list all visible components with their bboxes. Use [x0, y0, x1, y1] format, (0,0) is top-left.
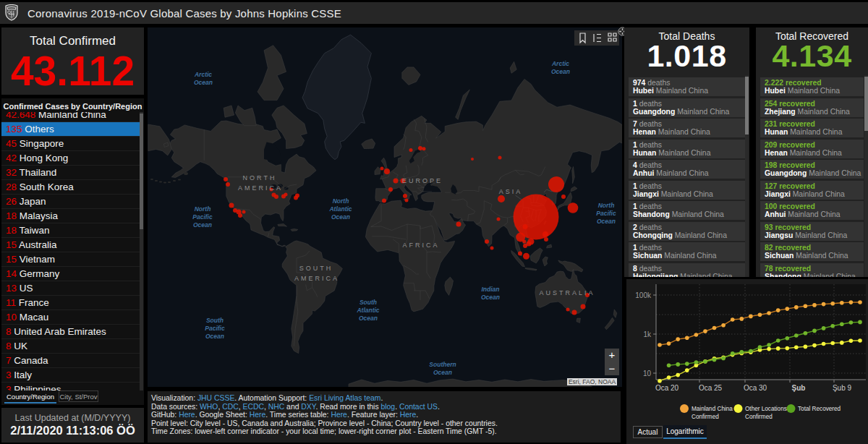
- svg-text:Atlantic: Atlantic: [356, 307, 379, 314]
- svg-text:Other Locations: Other Locations: [745, 406, 787, 412]
- svg-text:ASIA: ASIA: [499, 188, 523, 195]
- svg-text:South: South: [206, 317, 224, 324]
- svg-text:Oca 20: Oca 20: [655, 384, 679, 392]
- svg-text:Şub 9: Şub 9: [833, 384, 852, 392]
- svg-text:Oca 25: Oca 25: [699, 384, 723, 392]
- svg-text:Ocean: Ocean: [331, 213, 350, 221]
- svg-text:NORTH: NORTH: [243, 174, 277, 182]
- svg-text:100k: 100k: [635, 291, 652, 299]
- svg-text:Şub: Şub: [792, 384, 806, 392]
- svg-text:Southern: Southern: [429, 361, 456, 368]
- svg-text:Indian: Indian: [481, 286, 499, 293]
- svg-text:SOUTH: SOUTH: [299, 265, 333, 272]
- svg-text:AFRICA: AFRICA: [402, 242, 439, 249]
- svg-text:North: North: [598, 202, 615, 209]
- svg-text:Ocean: Ocean: [359, 315, 378, 322]
- svg-text:Arctic: Arctic: [551, 60, 569, 67]
- svg-text:Pacific: Pacific: [205, 325, 225, 332]
- svg-text:Confirmed: Confirmed: [745, 414, 773, 420]
- svg-text:North: North: [333, 197, 349, 205]
- svg-text:EUROPE: EUROPE: [402, 177, 443, 184]
- svg-text:AMERICA: AMERICA: [238, 184, 283, 192]
- svg-text:Ocean: Ocean: [194, 79, 213, 86]
- svg-text:North: North: [195, 205, 211, 213]
- svg-text:AUSTRALIA: AUSTRALIA: [539, 289, 595, 296]
- svg-text:Atlantic: Atlantic: [328, 205, 352, 213]
- svg-text:Pacific: Pacific: [596, 210, 616, 217]
- svg-text:Ocean: Ocean: [597, 218, 616, 225]
- svg-text:Pacific: Pacific: [192, 213, 213, 221]
- svg-text:1k: 1k: [643, 330, 652, 338]
- svg-text:South: South: [359, 299, 377, 306]
- svg-text:Total Recovered: Total Recovered: [798, 406, 841, 412]
- svg-text:Oca 30: Oca 30: [744, 384, 767, 392]
- svg-text:Ocean: Ocean: [481, 294, 500, 301]
- svg-text:Ocean: Ocean: [205, 333, 224, 340]
- svg-text:Ocean: Ocean: [551, 68, 570, 75]
- svg-text:Ocean: Ocean: [433, 369, 452, 376]
- svg-text:10: 10: [643, 370, 652, 377]
- svg-text:Confirmed: Confirmed: [692, 414, 719, 420]
- svg-text:AMERICA: AMERICA: [294, 275, 339, 282]
- svg-text:Ocean: Ocean: [193, 221, 212, 229]
- svg-text:Mainland China: Mainland China: [692, 406, 733, 412]
- svg-text:Arctic: Arctic: [194, 71, 212, 78]
